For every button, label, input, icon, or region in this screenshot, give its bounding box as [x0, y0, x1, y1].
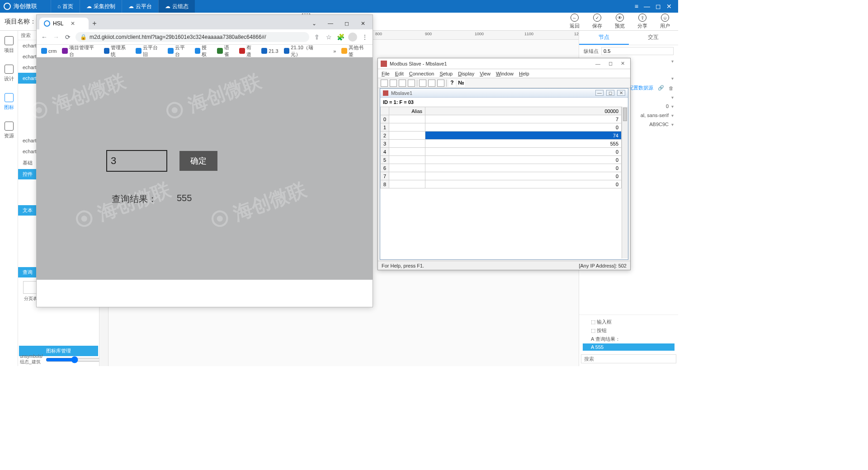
print-icon[interactable]: [408, 80, 415, 87]
menu-window[interactable]: Window: [496, 71, 514, 76]
user-button[interactable]: ☺用户: [660, 14, 670, 29]
anchor-input[interactable]: [601, 47, 674, 55]
layer-search[interactable]: [581, 354, 676, 363]
bookmark-other[interactable]: 其他书签: [341, 44, 368, 58]
share-button[interactable]: ⇪分享: [637, 14, 647, 29]
tab-interact[interactable]: 交互: [629, 31, 679, 45]
new-tab-button[interactable]: +: [89, 18, 100, 29]
menu-icon[interactable]: ⋮: [361, 33, 369, 41]
doc-maximize-icon[interactable]: ◻: [606, 90, 614, 96]
nav-collect[interactable]: ☁ 采集控制: [80, 0, 122, 13]
delete-icon[interactable]: 🗑: [669, 85, 674, 91]
browser-tab[interactable]: HSL ✕: [39, 18, 89, 29]
save-button[interactable]: ✓保存: [592, 14, 602, 29]
menu-display[interactable]: Display: [458, 71, 474, 76]
nav-reload-icon[interactable]: ⟳: [64, 33, 72, 41]
tree-input[interactable]: ⬚ 输入框: [583, 318, 675, 326]
chevron-down-icon[interactable]: ▾: [671, 59, 674, 64]
modbus-maximize-icon[interactable]: ◻: [606, 61, 615, 66]
table-row[interactable]: 07: [381, 115, 622, 123]
modbus-scrollbar[interactable]: [622, 107, 628, 258]
minimize-icon[interactable]: —: [644, 3, 650, 10]
bookmark[interactable]: 管理系统: [104, 44, 131, 58]
bookmark[interactable]: 语雀: [217, 44, 234, 58]
preview-button[interactable]: 👁预览: [615, 14, 625, 29]
doc-close-icon[interactable]: ✕: [617, 90, 625, 96]
zoom-slider[interactable]: [46, 356, 99, 363]
chevron-down-icon[interactable]: ▾: [671, 104, 674, 109]
nav-home[interactable]: ⌂ 首页: [51, 0, 80, 13]
doc-minimize-icon[interactable]: —: [595, 90, 604, 96]
table-row[interactable]: 80: [381, 180, 622, 188]
menu-edit[interactable]: Edit: [395, 71, 404, 76]
modbus-close-icon[interactable]: ✕: [618, 61, 627, 66]
browser-maximize-icon[interactable]: ◻: [340, 20, 354, 27]
share-icon[interactable]: ⇪: [313, 33, 321, 41]
browser-close-icon[interactable]: ✕: [356, 20, 370, 27]
close-icon[interactable]: ✕: [666, 3, 672, 10]
query-input[interactable]: [106, 150, 167, 172]
tab-node[interactable]: 节点: [579, 31, 629, 45]
bookmark[interactable]: 项目管理平台: [62, 44, 98, 58]
address-field[interactable]: 🔒 m2d.gkiiot.com/client.html?tag=29b1601…: [75, 32, 309, 42]
caret-down-icon[interactable]: ⌄: [307, 20, 321, 27]
bookmark[interactable]: 21.10（瑞元）: [284, 44, 323, 58]
back-button[interactable]: ←返回: [570, 14, 580, 29]
table-row[interactable]: 50: [381, 156, 622, 164]
save-icon[interactable]: [399, 80, 406, 87]
tree-555[interactable]: A 555: [583, 343, 675, 351]
extension-icon[interactable]: 🧩: [336, 33, 344, 41]
chevron-down-icon[interactable]: ▾: [671, 113, 674, 118]
maximize-icon[interactable]: ◻: [656, 3, 661, 10]
chevron-down-icon[interactable]: ▾: [671, 95, 674, 100]
table-row[interactable]: 274: [381, 132, 622, 140]
chevron-down-icon[interactable]: ▾: [671, 76, 674, 81]
menu-file[interactable]: File: [382, 71, 390, 76]
table-row[interactable]: 60: [381, 164, 622, 172]
rail-icons[interactable]: 图标: [4, 93, 14, 111]
bookmark[interactable]: 有道: [239, 44, 256, 58]
bookmark[interactable]: 授权: [195, 44, 212, 58]
tab-close-icon[interactable]: ✕: [71, 20, 75, 27]
bookmark[interactable]: crm: [41, 48, 57, 54]
tool-icon[interactable]: [428, 80, 435, 87]
menu-view[interactable]: View: [480, 71, 491, 76]
whatsthis-icon[interactable]: №: [458, 80, 465, 87]
new-icon[interactable]: [381, 80, 388, 87]
connect-icon[interactable]: [419, 80, 426, 87]
modbus-titlebar[interactable]: Modbus Slave - Mbslave1 — ◻ ✕: [378, 58, 630, 69]
browser-minimize-icon[interactable]: —: [324, 20, 337, 27]
tree-result-label[interactable]: A 查询结果：: [583, 335, 675, 343]
nav-scada[interactable]: ☁ 云组态: [158, 0, 195, 13]
tool-icon[interactable]: [437, 80, 444, 87]
bookmark[interactable]: 云平台旧: [136, 44, 162, 58]
config-datasource[interactable]: 配置数据源: [628, 85, 653, 91]
open-icon[interactable]: [390, 80, 397, 87]
nav-cloud[interactable]: ☁ 云平台: [122, 0, 158, 13]
help-icon[interactable]: ?: [448, 80, 456, 87]
chevron-down-icon[interactable]: ▾: [671, 122, 674, 127]
table-row[interactable]: 40: [381, 148, 622, 156]
table-row[interactable]: 10: [381, 123, 622, 132]
menu-help[interactable]: Help: [519, 71, 529, 76]
modbus-minimize-icon[interactable]: —: [593, 61, 603, 66]
menu-setup[interactable]: Setup: [439, 71, 453, 76]
profile-icon[interactable]: [348, 33, 357, 42]
rail-project[interactable]: 项目: [4, 36, 14, 54]
menu-connection[interactable]: Connection: [409, 71, 434, 76]
modbus-doc-titlebar[interactable]: Mbslave1 — ◻ ✕: [380, 89, 628, 98]
chevrons-icon[interactable]: »: [333, 48, 336, 54]
link-icon[interactable]: 🔗: [658, 85, 664, 91]
confirm-button[interactable]: 确定: [179, 151, 217, 171]
nav-fwd-icon[interactable]: →: [52, 33, 60, 41]
nav-back-icon[interactable]: ←: [40, 33, 48, 41]
tree-button[interactable]: ⬚ 按钮: [583, 326, 675, 335]
table-row[interactable]: 3555: [381, 140, 622, 148]
star-icon[interactable]: ☆: [325, 33, 333, 41]
rail-resource[interactable]: 资源: [4, 122, 14, 139]
table-row[interactable]: 70: [381, 172, 622, 180]
rail-design[interactable]: 设计: [4, 65, 14, 82]
bookmark[interactable]: 21.3: [261, 48, 278, 54]
bookmark[interactable]: 云平台: [168, 44, 189, 58]
menu-icon[interactable]: ≡: [635, 3, 638, 10]
